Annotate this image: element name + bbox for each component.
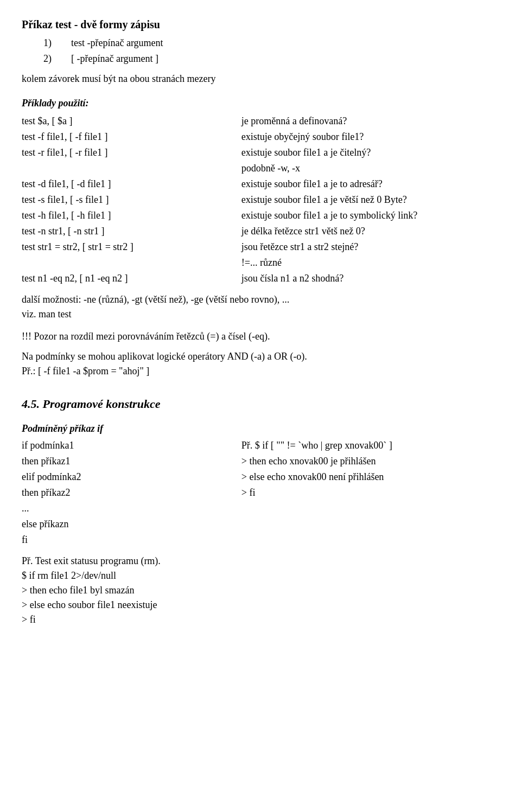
example-left-6: test -n str1, [ -n str1 ] <box>22 224 242 240</box>
example-right-8: jsou čísla n1 a n2 shodná? <box>242 271 499 287</box>
example-row-0: test $a, [ $a ] je proměnná a definovaná… <box>22 114 499 130</box>
example-row-5: test -h file1, [ -h file1 ] existuje sou… <box>22 208 499 224</box>
cond-row-1: then příkaz1 > then echo xnovak00 je při… <box>22 454 499 470</box>
cond-right-0: Př. $ if [ "" != `who | grep xnovak00` ] <box>242 438 499 454</box>
example-left-0: test $a, [ $a ] <box>22 114 242 130</box>
cond-left-4: ... <box>22 501 242 517</box>
exit-status-heading: Př. Test exit statusu programu (rm). <box>22 554 499 568</box>
item-2-number: 2) <box>43 53 52 64</box>
example-row-1: test -f file1, [ -f file1 ] existuje oby… <box>22 130 499 145</box>
example-row-2: test -r file1, [ -r file1 ] existuje sou… <box>22 145 499 161</box>
example-right-1: existuje obyčejný soubor file1? <box>242 130 499 145</box>
conditional-heading: Podmíněný příkaz if <box>22 421 499 436</box>
cond-row-4: ... <box>22 501 499 517</box>
example-left-8: test n1 -eq n2, [ n1 -eq n2 ] <box>22 271 242 287</box>
cond-right-6 <box>242 533 499 548</box>
exit-code-line-2: > else echo soubor file1 neexistuje <box>22 598 499 612</box>
cond-left-0: if podmínka1 <box>22 438 242 454</box>
example-left-7: test str1 = str2, [ str1 = str2 ] <box>22 240 242 255</box>
example-right-3: existuje soubor file1 a je to adresář? <box>242 177 499 193</box>
example-right-wx: podobně -w, -x <box>242 161 499 177</box>
example-left-4: test -s file1, [ -s file1 ] <box>22 193 242 208</box>
page-title: Příkaz test - dvě formy zápisu <box>22 16 499 33</box>
example-right-2: existuje soubor file1 a je čitelný? <box>242 145 499 161</box>
more-options: další možnosti: -ne (různá), -gt (větší … <box>22 292 499 307</box>
cond-right-1: > then echo xnovak00 je přihlášen <box>242 454 499 470</box>
cond-row-0: if podmínka1 Př. $ if [ "" != `who | gre… <box>22 438 499 454</box>
logic-example: Př.: [ -f file1 -a $prom = "ahoj" ] <box>22 364 499 379</box>
logic-para: Na podmínky se mohou aplikovat logické o… <box>22 349 499 364</box>
cond-right-3: > fi <box>242 485 499 501</box>
cond-row-3: then příkaz2 > fi <box>22 485 499 501</box>
example-right-neq: !=... různé <box>242 255 499 271</box>
conditional-code: if podmínka1 Př. $ if [ "" != `who | gre… <box>22 438 499 548</box>
viz-man: viz. man test <box>22 307 499 322</box>
example-row-3: test -d file1, [ -d file1 ] existuje sou… <box>22 177 499 193</box>
cond-right-4 <box>242 501 499 517</box>
example-row-wx: podobně -w, -x <box>22 161 499 177</box>
exit-code-line-0: $ if rm file1 2>/dev/null <box>22 568 499 583</box>
example-row-8: test n1 -eq n2, [ n1 -eq n2 ] jsou čísla… <box>22 271 499 287</box>
cond-left-6: fi <box>22 533 242 548</box>
cond-left-5: else příkazn <box>22 517 242 533</box>
example-left-1: test -f file1, [ -f file1 ] <box>22 130 242 145</box>
page-content: Příkaz test - dvě formy zápisu 1) test -… <box>22 16 499 627</box>
cond-row-6: fi <box>22 533 499 548</box>
example-right-6: je délka řetězce str1 větš než 0? <box>242 224 499 240</box>
example-row-4: test -s file1, [ -s file1 ] existuje sou… <box>22 193 499 208</box>
example-row-7: test str1 = str2, [ str1 = str2 ] jsou ř… <box>22 240 499 255</box>
examples-heading: Příklady použití: <box>22 98 89 108</box>
brackets-note: kolem závorek musí být na obou stranách … <box>22 72 499 86</box>
example-left-3: test -d file1, [ -d file1 ] <box>22 177 242 193</box>
cond-right-2: > else echo xnovak00 není přihlášen <box>242 470 499 485</box>
cond-right-5 <box>242 517 499 533</box>
section-heading: 4.5. Programové konstrukce <box>22 395 499 413</box>
example-right-4: existuje soubor file1 a je větší než 0 B… <box>242 193 499 208</box>
example-left-2: test -r file1, [ -r file1 ] <box>22 145 242 161</box>
cond-left-2: elif podmínka2 <box>22 470 242 485</box>
examples-table: test $a, [ $a ] je proměnná a definovaná… <box>22 114 499 287</box>
item-1: 1) test -přepínač argument <box>43 36 499 50</box>
item-2-text: [ -přepínač argument ] <box>71 53 158 64</box>
item-1-text: test -přepínač argument <box>71 37 163 48</box>
example-left-wx <box>22 161 242 177</box>
exit-status-label: Př. Test exit statusu programu (rm). <box>22 555 161 566</box>
example-right-5: existuje soubor file1 a je to symbolický… <box>242 208 499 224</box>
cond-left-1: then příkaz1 <box>22 454 242 470</box>
item-2: 2) [ -přepínač argument ] <box>43 52 499 66</box>
example-left-neq <box>22 255 242 271</box>
warning-label: !!! Pozor na rozdíl mezi porovnáváním ře… <box>22 331 270 342</box>
example-left-5: test -h file1, [ -h file1 ] <box>22 208 242 224</box>
exit-code-line-3: > fi <box>22 612 499 627</box>
cond-row-5: else příkazn <box>22 517 499 533</box>
example-row-neq: !=... různé <box>22 255 499 271</box>
example-right-7: jsou řetězce str1 a str2 stejné? <box>242 240 499 255</box>
cond-left-3: then příkaz2 <box>22 485 242 501</box>
example-row-6: test -n str1, [ -n str1 ] je délka řetěz… <box>22 224 499 240</box>
warning-text: !!! Pozor na rozdíl mezi porovnáváním ře… <box>22 329 499 344</box>
cond-row-2: elif podmínka2 > else echo xnovak00 není… <box>22 470 499 485</box>
example-right-0: je proměnná a definovaná? <box>242 114 499 130</box>
exit-code-line-1: > then echo file1 byl smazán <box>22 583 499 598</box>
item-1-number: 1) <box>43 37 52 48</box>
